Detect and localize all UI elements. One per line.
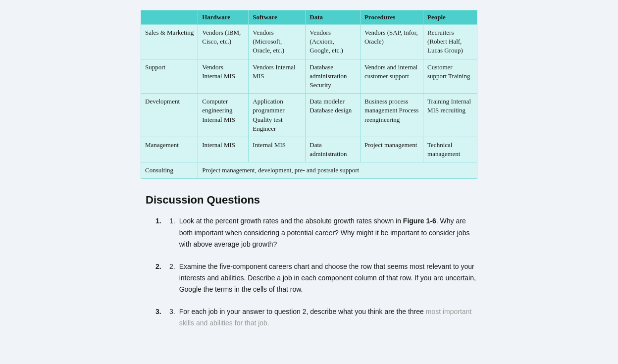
table-cell: Technical management bbox=[423, 137, 477, 162]
table-cell: Training Internal MIS recruiting bbox=[423, 94, 477, 137]
col-header-people: People bbox=[423, 10, 477, 25]
table-cell: Data administration bbox=[306, 137, 360, 162]
question-3-text: For each job in your answer to question … bbox=[179, 306, 477, 329]
table-row: SupportVendors Internal MISVendors Inter… bbox=[141, 59, 477, 94]
table-cell: Recruiters (Robert Half, Lucas Group) bbox=[423, 25, 477, 59]
table-cell: Computer engineering Internal MIS bbox=[198, 94, 249, 137]
table-cell: Customer support Training bbox=[423, 59, 477, 94]
question-1-text: Look at the percent growth rates and the… bbox=[179, 215, 477, 250]
col-header-empty bbox=[141, 10, 198, 25]
list-item: 1. Look at the percent growth rates and … bbox=[155, 215, 477, 250]
table-cell: Database administration Security bbox=[306, 59, 360, 94]
row-label: Management bbox=[141, 137, 198, 162]
careers-table: Hardware Software Data Procedures People… bbox=[141, 10, 477, 179]
table-row: DevelopmentComputer engineering Internal… bbox=[141, 94, 477, 137]
question-number: 1. bbox=[169, 215, 175, 250]
table-cell: Vendors (Microsoft, Oracle, etc.) bbox=[249, 25, 306, 59]
table-cell: Vendors (IBM, Cisco, etc.) bbox=[198, 25, 249, 59]
col-header-hardware: Hardware bbox=[198, 10, 249, 25]
discussion-list: 1. Look at the percent growth rates and … bbox=[146, 215, 477, 329]
table-cell: Vendors Internal MIS bbox=[249, 59, 306, 94]
table-cell: Application programmer Quality test Engi… bbox=[249, 94, 306, 137]
table-cell: Vendors (SAP, Infor, Oracle) bbox=[360, 25, 423, 59]
table-row: Sales & MarketingVendors (IBM, Cisco, et… bbox=[141, 25, 477, 59]
table-cell: Vendors Internal MIS bbox=[198, 59, 249, 94]
discussion-title: Discussion Questions bbox=[146, 194, 477, 207]
table-cell: Project management, development, pre- an… bbox=[198, 162, 477, 179]
col-header-data: Data bbox=[306, 10, 360, 25]
row-label: Support bbox=[141, 59, 198, 94]
table-cell: Internal MIS bbox=[198, 137, 249, 162]
list-item: 2. Examine the five-component careers ch… bbox=[155, 261, 477, 295]
table-cell: Vendors and internal customer support bbox=[360, 59, 423, 94]
discussion-section: Discussion Questions 1. Look at the perc… bbox=[141, 194, 477, 329]
table-cell: Vendors (Acxiom, Google, etc.) bbox=[306, 25, 360, 59]
faded-text: most important skills and abilities for … bbox=[179, 308, 472, 327]
table-cell: Internal MIS bbox=[249, 137, 306, 162]
question-2-text: Examine the five-component careers chart… bbox=[179, 261, 477, 295]
row-label: Sales & Marketing bbox=[141, 25, 198, 59]
question-number: 2. bbox=[169, 261, 175, 295]
col-header-procedures: Procedures bbox=[360, 10, 423, 25]
page-wrapper: Hardware Software Data Procedures People… bbox=[61, 10, 557, 329]
table-row: ManagementInternal MISInternal MISData a… bbox=[141, 137, 477, 162]
row-label: Consulting bbox=[141, 162, 198, 179]
question-number: 3. bbox=[169, 306, 175, 329]
table-cell: Project management bbox=[360, 137, 423, 162]
col-header-software: Software bbox=[249, 10, 306, 25]
list-item: 3. For each job in your answer to questi… bbox=[155, 306, 477, 329]
table-cell: Business process management Process reen… bbox=[360, 94, 423, 137]
row-label: Development bbox=[141, 94, 198, 137]
figure-reference: Figure 1-6 bbox=[403, 217, 436, 225]
table-cell: Data modeler Database design bbox=[306, 94, 360, 137]
table-container: Hardware Software Data Procedures People… bbox=[141, 10, 477, 179]
